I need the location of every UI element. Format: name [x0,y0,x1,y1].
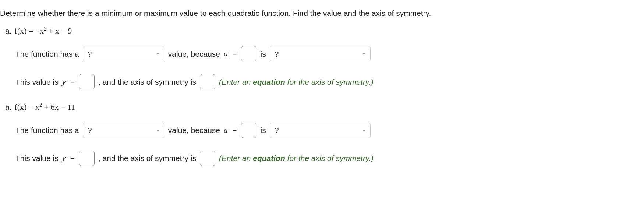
equals-sign: = [69,77,75,87]
minmax-select-b[interactable]: ? [83,123,164,138]
var-a: a [224,125,228,135]
minmax-select-a[interactable]: ? [83,46,164,61]
axis-hint: (Enter an equation for the axis of symme… [219,153,374,163]
text-fragment: is [260,125,266,135]
text-fragment: value, because [168,49,220,59]
problem-intro: Determine whether there is a minimum or … [0,9,644,18]
part-b-line2: This value is y = , and the axis of symm… [15,151,644,166]
part-a-equation: f(x) = −x2 + x − 9 [15,26,72,36]
var-y: y [62,153,66,163]
chevron-down-icon [361,128,367,133]
part-a-line1: The function has a ? value, because a = … [15,46,644,61]
part-a: a. f(x) = −x2 + x − 9 The function has a… [5,26,644,89]
text-fragment: is [260,49,266,59]
a-value-input-b[interactable] [241,123,256,138]
hint-bold: equation [253,154,285,162]
text-fragment: The function has a [15,125,79,135]
part-b-header: b. f(x) = x2 + 6x − 11 [5,102,644,112]
hint-text: (Enter an [219,78,253,86]
part-b-line1: The function has a ? value, because a = … [15,123,644,138]
sign-select-b[interactable]: ? [270,123,371,138]
text-fragment: This value is [15,77,59,87]
y-value-input-b[interactable] [79,151,95,166]
y-value-input-a[interactable] [79,74,95,89]
part-a-header: a. f(x) = −x2 + x − 9 [5,26,644,36]
part-b-equation: f(x) = x2 + 6x − 11 [15,102,75,112]
axis-input-a[interactable] [200,74,215,89]
hint-text: (Enter an [219,154,253,162]
select-value: ? [88,125,92,135]
equals-sign: = [231,49,237,59]
text-fragment: , and the axis of symmetry is [98,77,196,87]
axis-hint: (Enter an equation for the axis of symme… [219,77,374,87]
part-b-letter: b. [5,103,12,112]
hint-bold: equation [253,78,285,86]
text-fragment: , and the axis of symmetry is [98,153,196,163]
part-b: b. f(x) = x2 + 6x − 11 The function has … [5,102,644,166]
equals-sign: = [231,125,237,135]
part-a-letter: a. [5,27,12,35]
equals-sign: = [69,153,75,163]
select-value: ? [275,125,279,135]
text-fragment: This value is [15,153,59,163]
hint-text: for the axis of symmetry.) [285,78,374,86]
chevron-down-icon [155,51,160,56]
select-value: ? [275,49,279,59]
axis-input-b[interactable] [200,151,215,166]
select-value: ? [88,49,92,59]
chevron-down-icon [361,51,367,56]
part-a-line2: This value is y = , and the axis of symm… [15,74,644,89]
text-fragment: The function has a [15,49,79,59]
var-a: a [224,49,228,59]
problem-container: Determine whether there is a minimum or … [0,0,644,187]
var-y: y [62,77,66,87]
hint-text: for the axis of symmetry.) [285,154,374,162]
text-fragment: value, because [168,125,220,135]
sign-select-a[interactable]: ? [270,46,371,61]
a-value-input[interactable] [241,46,256,61]
chevron-down-icon [155,128,160,133]
